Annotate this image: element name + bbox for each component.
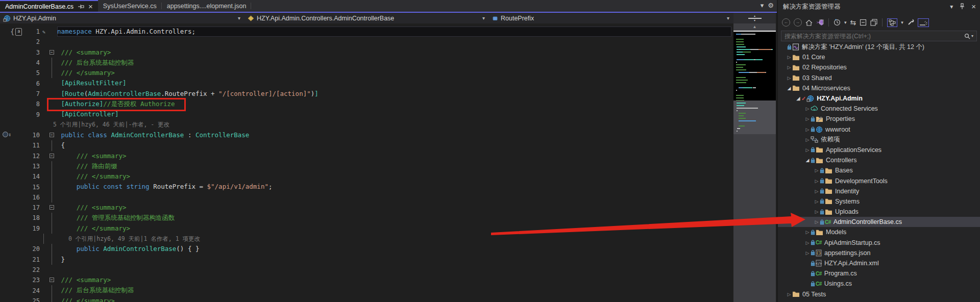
tree-item-systems[interactable]: ▷Systems (778, 196, 980, 207)
chevron-collapsed-icon[interactable]: ▷ (786, 292, 792, 297)
outline-margin[interactable] (48, 171, 57, 182)
dropdown-icon[interactable]: ▾ (844, 18, 847, 27)
pin-icon[interactable] (960, 3, 965, 10)
forward-icon[interactable]: → (794, 18, 802, 27)
chevron-expanded-icon[interactable]: ◢ (795, 96, 801, 101)
chevron-collapsed-icon[interactable]: ▷ (786, 76, 792, 81)
back-icon[interactable]: ← (782, 18, 790, 27)
panel-dropdown-icon[interactable]: ▾ (950, 3, 953, 10)
show-all-files-icon[interactable] (870, 19, 877, 26)
outline-margin[interactable]: − (48, 203, 57, 213)
split-editor-handle[interactable]: ▴ ▾ (733, 13, 776, 23)
editor-dropdown-icon[interactable]: ▾ (761, 2, 764, 9)
chevron-collapsed-icon[interactable]: ▷ (814, 209, 820, 214)
tree-item-admincontrollerbase.cs[interactable]: ▷C#AdminControllerBase.cs (778, 217, 980, 227)
chevron-collapsed-icon[interactable]: ▷ (814, 179, 820, 184)
outline-margin[interactable] (48, 140, 57, 150)
tree-item-hzy.api.admin[interactable]: ◢✓HZY.Api.Admin (778, 93, 980, 104)
tree-item-usings.cs[interactable]: C#Usings.cs (778, 279, 980, 289)
close-icon[interactable]: × (88, 4, 93, 10)
outline-margin[interactable] (48, 161, 57, 171)
codelens-info[interactable]: 0 个引用|hzy6, 49 天前|1 名作者, 1 项更改 (68, 235, 200, 243)
fold-collapse-icon[interactable]: − (50, 278, 54, 282)
tree-item-applicationservices[interactable]: ▷ApplicationServices (778, 145, 980, 155)
tree-item-wwwroot[interactable]: ▷wwwroot (778, 124, 980, 135)
chevron-collapsed-icon[interactable]: ▷ (804, 106, 811, 111)
tree-item-04-microservices[interactable]: ◢04 Microservices (778, 83, 980, 93)
home-icon[interactable] (805, 19, 813, 26)
outline-margin[interactable] (48, 182, 57, 192)
chevron-collapsed-icon[interactable]: ▷ (804, 137, 811, 142)
chevron-collapsed-icon[interactable]: ▷ (814, 168, 820, 173)
outline-margin[interactable] (48, 244, 57, 254)
chevron-collapsed-icon[interactable]: ▷ (804, 230, 811, 235)
tree-item-connected-services[interactable]: ▷Connected Services (778, 104, 980, 114)
chevron-down-icon[interactable]: ▾ (482, 15, 485, 21)
sync-icon[interactable]: ⇆ (850, 18, 856, 27)
chevron-down-icon[interactable]: ▾ (727, 15, 729, 21)
tree-item-indentity[interactable]: ▷Indentity (778, 186, 980, 196)
minimap-scrollbar[interactable]: ▴ ▾ ▲ (733, 13, 776, 302)
outline-margin[interactable] (48, 223, 57, 234)
pending-changes-icon[interactable] (834, 19, 841, 26)
tree-item-05-tests[interactable]: ▷05 Tests (778, 289, 980, 299)
tree-item-hzy.api.admin.xml[interactable]: </>HZY.Api.Admin.xml (778, 258, 980, 268)
tree-item-controllers[interactable]: ◢Controllers (778, 155, 980, 165)
outline-margin[interactable] (48, 68, 57, 78)
outline-margin[interactable] (48, 78, 57, 88)
outline-margin[interactable] (48, 255, 57, 265)
tree-item-properties[interactable]: ▷Properties (778, 114, 980, 124)
editor-tab-2[interactable]: SysUserService.cs (98, 0, 162, 12)
tree-item--hzy.admin-12-12-[interactable]: 解决方案 'HZY.Admin' (12 个项目, 共 12 个) (778, 42, 980, 52)
chevron-collapsed-icon[interactable]: ▷ (804, 147, 811, 153)
chevron-expanded-icon[interactable]: ◢ (786, 86, 792, 91)
navbar-cell-2[interactable]: HZY.Api.Admin.Controllers.AdminControlle… (244, 13, 489, 23)
tree-item-models[interactable]: ▷Models (778, 227, 980, 237)
tree-item-02-repositories[interactable]: ▷02 Repositories (778, 62, 980, 72)
outline-margin[interactable] (48, 296, 57, 302)
minimap-below-viewport[interactable] (733, 100, 776, 134)
fold-collapse-icon[interactable]: − (50, 133, 54, 137)
fold-collapse-icon[interactable]: − (50, 205, 54, 210)
navbar-cell-3[interactable]: RoutePrefix▾ (489, 13, 733, 23)
navbar-cell-1[interactable]: HZY.Api.Admin▾ (0, 13, 244, 23)
outline-margin[interactable] (48, 192, 57, 203)
outline-margin[interactable]: − (48, 47, 57, 58)
solution-search-box[interactable]: ▾ (781, 31, 977, 41)
tree-item-03-shared[interactable]: ▷03 Shared (778, 73, 980, 83)
tree-item-uploads[interactable]: ▷Uploads (778, 207, 980, 217)
chevron-collapsed-icon[interactable]: ▷ (786, 55, 792, 60)
fold-collapse-icon[interactable]: − (50, 154, 54, 158)
references-glyph-icon[interactable]: ↕ (3, 132, 11, 138)
outline-margin[interactable] (48, 213, 57, 223)
editor-tab-1[interactable]: AdminControllerBase.cs× (0, 0, 98, 12)
dropdown-icon[interactable]: ▾ (901, 18, 903, 27)
chevron-expanded-icon[interactable]: ◢ (804, 158, 811, 163)
chevron-collapsed-icon[interactable]: ▷ (804, 116, 811, 121)
outline-margin[interactable] (48, 27, 57, 37)
properties-wrench-icon[interactable] (907, 19, 914, 26)
outline-margin[interactable]: − (48, 275, 57, 285)
outline-margin[interactable]: − (48, 151, 57, 161)
codelens-info[interactable]: 5 个引用|hzy6, 46 天前|-作者, - 更改 (53, 121, 169, 129)
minimap-viewport[interactable] (733, 32, 776, 100)
chevron-collapsed-icon[interactable]: ▷ (786, 65, 792, 70)
pin-icon[interactable] (78, 4, 84, 9)
sync-with-active-document-icon[interactable] (887, 18, 897, 27)
tree-item-developmenttools[interactable]: ▷DevelopmentTools (778, 175, 980, 186)
code-editor[interactable]: {a1✎namespace HZY.Api.Admin.Controllers;… (0, 23, 733, 302)
chevron-collapsed-icon[interactable]: ▷ (804, 250, 811, 256)
chevron-down-icon[interactable]: ▾ (238, 15, 240, 21)
fold-collapse-icon[interactable]: − (50, 50, 54, 55)
solution-search-input[interactable] (781, 33, 964, 40)
search-icon[interactable]: ▾ (964, 33, 973, 39)
chevron-collapsed-icon[interactable]: ▷ (814, 199, 820, 204)
tree-item-apiadminstartup.cs[interactable]: ▷C#ApiAdminStartup.cs (778, 238, 980, 248)
tree-item-bases[interactable]: ▷Bases (778, 165, 980, 175)
outline-margin[interactable]: − (48, 130, 57, 140)
chevron-collapsed-icon[interactable]: ▷ (814, 219, 820, 224)
preview-selected-icon[interactable] (918, 18, 929, 27)
outline-margin[interactable] (48, 265, 57, 275)
tree-item--[interactable]: ▷依赖项 (778, 135, 980, 145)
chevron-collapsed-icon[interactable]: ▷ (804, 127, 811, 132)
